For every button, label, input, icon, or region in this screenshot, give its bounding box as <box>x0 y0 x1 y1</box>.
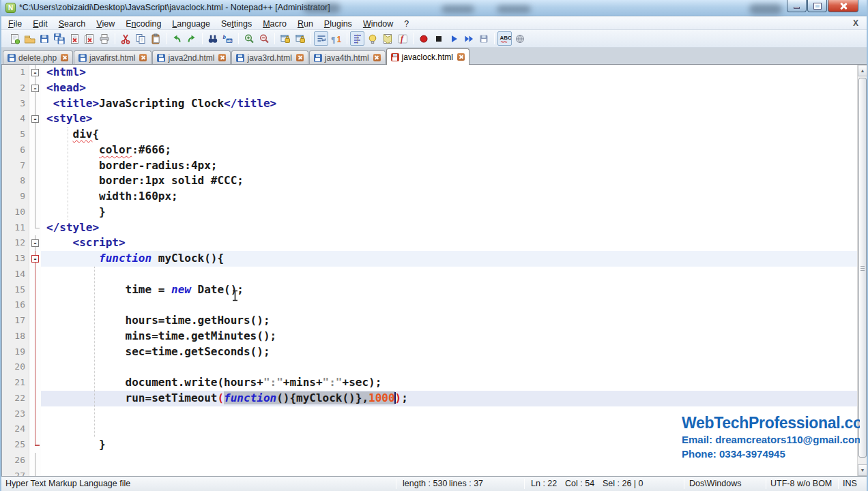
menu-item-file[interactable]: File <box>3 18 27 29</box>
redo-button[interactable] <box>184 31 199 46</box>
tab-close-icon[interactable] <box>296 54 304 61</box>
cut-button[interactable] <box>118 31 132 46</box>
macro-stop-button[interactable] <box>431 31 446 46</box>
close-button[interactable] <box>67 31 81 46</box>
macro-record-button[interactable] <box>416 31 431 46</box>
tab-close-icon[interactable] <box>218 54 226 61</box>
fold-margin[interactable]: - <box>29 111 41 127</box>
fold-margin[interactable] <box>29 437 41 453</box>
tab-delete-php[interactable]: delete.php <box>3 50 73 64</box>
copy-button[interactable] <box>133 31 147 46</box>
saved-file-icon <box>236 54 244 62</box>
menu-item-view[interactable]: View <box>91 18 120 29</box>
fold-margin[interactable] <box>29 205 41 220</box>
code-text: <script> <box>41 235 860 251</box>
menu-item-settings[interactable]: Settings <box>216 18 257 29</box>
menubar-close-doc-button[interactable]: X <box>850 18 861 28</box>
function-list-button[interactable]: f <box>395 31 409 46</box>
status-insert-mode[interactable]: INS <box>843 479 857 488</box>
new-file-button[interactable] <box>7 31 21 46</box>
fold-collapse-icon[interactable]: - <box>31 239 39 247</box>
paste-button[interactable] <box>148 31 162 46</box>
fold-margin[interactable] <box>29 406 41 422</box>
macro-save-button[interactable] <box>476 31 491 46</box>
fold-margin[interactable] <box>29 453 41 468</box>
scrollbar-thumb[interactable] <box>858 78 867 458</box>
fold-margin[interactable] <box>29 158 41 174</box>
close-button[interactable] <box>828 0 858 12</box>
fold-collapse-icon[interactable]: - <box>31 85 39 92</box>
minimize-button[interactable] <box>787 0 807 12</box>
fold-margin[interactable] <box>29 267 41 282</box>
fold-margin[interactable] <box>29 468 41 477</box>
spell-language-button[interactable] <box>512 31 527 46</box>
tab-java4th-html[interactable]: java4th.html <box>309 50 386 64</box>
sync-vertical-scroll-button[interactable] <box>278 31 292 46</box>
user-defined-language-button[interactable] <box>365 31 379 46</box>
menu-item-run[interactable]: Run <box>292 18 319 29</box>
fold-margin[interactable]: - <box>29 65 41 80</box>
fold-margin[interactable] <box>29 220 41 236</box>
sync-horizontal-scroll-button[interactable] <box>293 31 307 46</box>
fold-margin[interactable] <box>29 282 41 298</box>
open-file-button[interactable] <box>22 31 36 46</box>
menu-item-language[interactable]: Language <box>167 18 216 29</box>
fold-margin[interactable] <box>29 297 41 313</box>
macro-run-multiple-button[interactable] <box>461 31 476 46</box>
fold-margin[interactable] <box>29 173 41 189</box>
fold-margin[interactable]: - <box>29 80 41 96</box>
tab-close-icon[interactable] <box>139 54 147 61</box>
menu-item-encoding[interactable]: Encoding <box>120 18 167 29</box>
menu-item-plugins[interactable]: Plugins <box>319 18 358 29</box>
menu-item-macro[interactable]: Macro <box>257 18 292 29</box>
indent-guide-button[interactable] <box>350 31 364 46</box>
tab-javaclock-html[interactable]: javaclock.html <box>386 48 469 65</box>
zoom-out-button[interactable] <box>257 31 271 46</box>
scroll-up-arrow[interactable]: ▲ <box>858 65 867 76</box>
tab-java3rd-html[interactable]: java3rd.html <box>231 50 308 64</box>
show-all-characters-button[interactable]: ¶1 <box>329 31 343 46</box>
menu-item-search[interactable]: Search <box>53 18 91 29</box>
document-map-button[interactable] <box>380 31 394 46</box>
fold-margin[interactable] <box>29 421 41 437</box>
fold-margin[interactable] <box>29 127 41 143</box>
fold-margin[interactable] <box>29 375 41 391</box>
find-button[interactable] <box>205 31 220 46</box>
tab-javafirst-html[interactable]: javafirst.html <box>74 50 151 64</box>
fold-collapse-icon[interactable]: - <box>31 115 39 123</box>
save-all-button[interactable] <box>52 31 66 46</box>
tab-java2nd-html[interactable]: java2nd.html <box>152 50 231 64</box>
close-all-button[interactable] <box>82 31 96 46</box>
fold-margin[interactable]: - <box>29 251 41 267</box>
menu-item-[interactable]: ? <box>399 18 414 29</box>
fold-margin[interactable] <box>29 313 41 329</box>
fold-margin[interactable] <box>29 329 41 344</box>
fold-margin[interactable] <box>29 189 41 205</box>
print-button[interactable] <box>97 31 111 46</box>
spell-check-button[interactable]: ABC <box>497 31 512 46</box>
fold-margin[interactable] <box>29 96 41 112</box>
save-button[interactable] <box>37 31 51 46</box>
zoom-in-button[interactable] <box>242 31 256 46</box>
menu-item-edit[interactable]: Edit <box>27 18 53 29</box>
fold-margin[interactable] <box>29 344 41 360</box>
fold-margin[interactable] <box>29 359 41 375</box>
word-wrap-button[interactable] <box>314 31 328 46</box>
macro-play-button[interactable] <box>446 31 461 46</box>
fold-margin[interactable]: - <box>29 235 41 251</box>
menu-item-window[interactable]: Window <box>358 18 399 29</box>
title-bar[interactable]: N *C:\Users\zobizaidi\Desktop\JavaScript… <box>1 0 867 16</box>
maximize-button[interactable] <box>807 0 827 12</box>
text-editor-canvas[interactable]: 1-<html>2-<head>3 <title>JavaScripting C… <box>1 65 860 476</box>
tab-close-icon[interactable] <box>61 54 68 61</box>
scroll-down-arrow[interactable]: ▼ <box>858 464 867 476</box>
undo-button[interactable] <box>169 31 184 46</box>
tab-close-icon[interactable] <box>457 53 465 61</box>
replace-button[interactable]: bab <box>220 31 235 46</box>
code-line-10: 10 } <box>2 205 860 220</box>
fold-collapse-icon[interactable]: - <box>31 69 39 76</box>
tab-close-icon[interactable] <box>373 54 381 61</box>
fold-margin[interactable] <box>29 391 41 406</box>
fold-margin[interactable] <box>29 143 41 158</box>
fold-collapse-icon[interactable]: - <box>31 255 39 263</box>
